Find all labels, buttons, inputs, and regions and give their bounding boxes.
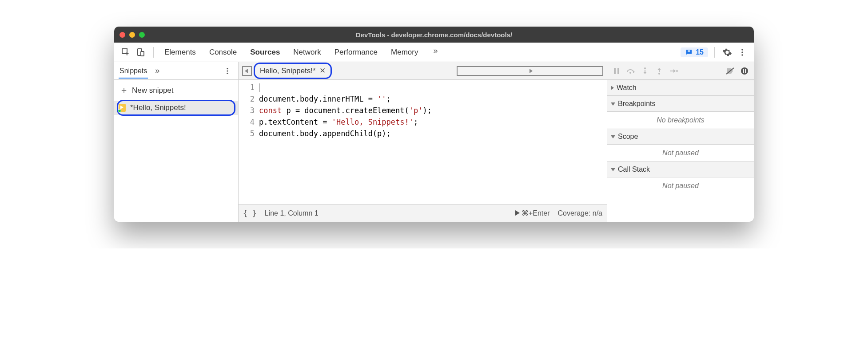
- chevron-right-icon: [611, 86, 614, 90]
- callstack-body: Not paused: [607, 177, 754, 194]
- svg-rect-4: [688, 50, 690, 51]
- play-icon: [515, 210, 520, 216]
- svg-rect-20: [745, 69, 746, 73]
- chevron-down-icon: [611, 135, 615, 138]
- debugger-toolbar: [607, 62, 754, 80]
- svg-rect-11: [614, 68, 616, 74]
- section-breakpoints[interactable]: Breakpoints: [607, 96, 754, 112]
- editor-tab[interactable]: Hello, Snippets!* ✕: [255, 64, 330, 77]
- kebab-menu-icon[interactable]: [736, 46, 749, 59]
- snippet-item[interactable]: *Hello, Snippets!: [114, 101, 238, 115]
- pause-on-exceptions-icon[interactable]: [740, 66, 749, 76]
- fullscreen-window-button[interactable]: [139, 32, 145, 38]
- nav-forward-icon[interactable]: [457, 66, 603, 76]
- svg-point-10: [227, 72, 228, 74]
- snippet-file-icon: [119, 104, 127, 112]
- more-tabs-icon[interactable]: »: [430, 44, 440, 60]
- navigator-menu-icon[interactable]: [221, 65, 234, 77]
- window-controls: [119, 32, 145, 38]
- plus-icon: ＋: [119, 84, 128, 96]
- navigator-sidebar: Snippets » ＋ New snippet *Hello, Snippet…: [114, 62, 239, 222]
- snippet-name: *Hello, Snippets!: [130, 103, 186, 112]
- editor-column: Hello, Snippets!* ✕ 12345 document.body.…: [239, 62, 607, 222]
- cursor-position: Line 1, Column 1: [265, 209, 319, 217]
- window-title: DevTools - developer.chrome.com/docs/dev…: [356, 31, 512, 39]
- editor-tabbar: Hello, Snippets!* ✕: [239, 62, 607, 80]
- section-scope[interactable]: Scope: [607, 129, 754, 145]
- new-snippet-label: New snippet: [132, 86, 174, 95]
- new-snippet-button[interactable]: ＋ New snippet: [114, 80, 238, 101]
- navigator-tabs: Snippets »: [114, 62, 238, 80]
- separator: [153, 47, 154, 58]
- svg-point-13: [629, 72, 631, 74]
- svg-point-9: [227, 70, 228, 71]
- debugger-panel: Watch Breakpoints No breakpoints Scope N…: [607, 62, 754, 222]
- step-icon[interactable]: [669, 66, 678, 76]
- svg-point-6: [741, 51, 743, 53]
- devtools-topbar: Elements Console Sources Network Perform…: [114, 43, 754, 62]
- separator: [714, 47, 715, 58]
- code-area[interactable]: document.body.innerHTML = ''; const p = …: [259, 82, 607, 204]
- breakpoints-body: No breakpoints: [607, 112, 754, 129]
- scope-body: Not paused: [607, 145, 754, 161]
- tab-network[interactable]: Network: [292, 44, 322, 60]
- step-into-icon[interactable]: [640, 66, 650, 76]
- device-toolbar-icon[interactable]: [135, 46, 147, 59]
- svg-rect-12: [617, 68, 619, 74]
- editor-tab-label: Hello, Snippets!*: [260, 67, 316, 75]
- tab-memory[interactable]: Memory: [390, 44, 419, 60]
- deactivate-breakpoints-icon[interactable]: [725, 66, 735, 76]
- chevron-down-icon: [611, 168, 615, 171]
- line-gutter: 12345: [239, 82, 259, 204]
- issues-button[interactable]: 15: [681, 47, 708, 57]
- coverage-status: Coverage: n/a: [557, 209, 602, 217]
- pause-icon[interactable]: [612, 66, 621, 76]
- minimize-window-button[interactable]: [129, 32, 135, 38]
- svg-point-15: [658, 73, 660, 75]
- svg-rect-2: [141, 51, 144, 56]
- settings-icon[interactable]: [721, 46, 733, 59]
- section-watch[interactable]: Watch: [607, 80, 754, 96]
- tab-console[interactable]: Console: [208, 44, 238, 60]
- devtools-window: DevTools - developer.chrome.com/docs/dev…: [114, 27, 754, 222]
- section-callstack[interactable]: Call Stack: [607, 161, 754, 177]
- tab-performance[interactable]: Performance: [334, 44, 378, 60]
- inspect-element-icon[interactable]: [119, 46, 132, 59]
- tab-snippets[interactable]: Snippets: [119, 63, 148, 79]
- tab-sources[interactable]: Sources: [249, 44, 281, 60]
- svg-point-8: [227, 68, 228, 69]
- issues-count: 15: [696, 48, 704, 56]
- run-snippet-button[interactable]: ⌘+Enter: [515, 209, 550, 217]
- nav-back-icon[interactable]: [242, 66, 252, 76]
- panel-tabs: Elements Console Sources Network Perform…: [163, 44, 678, 60]
- svg-point-18: [741, 67, 748, 75]
- sources-panel: Snippets » ＋ New snippet *Hello, Snippet…: [114, 62, 754, 222]
- editor-statusbar: { } Line 1, Column 1 ⌘+Enter Coverage: n…: [239, 204, 607, 222]
- svg-rect-3: [688, 51, 690, 52]
- svg-point-14: [644, 67, 646, 69]
- chevron-down-icon: [611, 102, 615, 106]
- svg-rect-19: [743, 69, 744, 73]
- titlebar: DevTools - developer.chrome.com/docs/dev…: [114, 27, 754, 43]
- close-tab-icon[interactable]: ✕: [319, 66, 326, 75]
- step-out-icon[interactable]: [654, 66, 664, 76]
- svg-point-5: [741, 49, 743, 51]
- svg-point-7: [741, 54, 743, 56]
- pretty-print-icon[interactable]: { }: [243, 209, 257, 218]
- step-over-icon[interactable]: [626, 66, 636, 76]
- code-editor[interactable]: 12345 document.body.innerHTML = ''; cons…: [239, 80, 607, 204]
- close-window-button[interactable]: [119, 32, 125, 38]
- tab-elements[interactable]: Elements: [163, 44, 197, 60]
- svg-point-16: [676, 70, 678, 72]
- more-navigator-tabs-icon[interactable]: »: [152, 64, 162, 77]
